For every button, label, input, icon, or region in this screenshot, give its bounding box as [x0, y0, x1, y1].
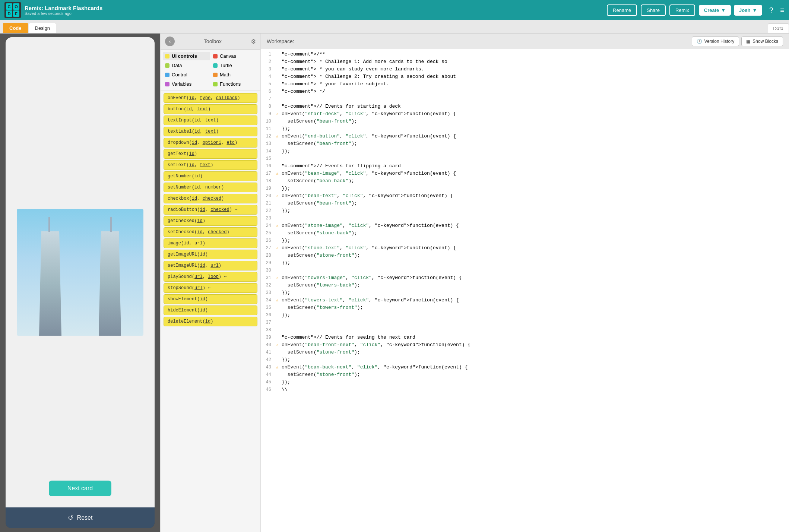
toolbox-gear-icon[interactable]: ⚙ — [251, 38, 256, 45]
toolbox-block[interactable]: getNumber(id) — [164, 171, 257, 181]
toolbox-block[interactable]: deleteElement(id) — [164, 317, 257, 326]
category-canvas[interactable]: Canvas — [211, 52, 258, 60]
category-control[interactable]: Control — [163, 70, 210, 79]
line-number: 30 — [261, 267, 274, 274]
category-data[interactable]: Data — [163, 61, 210, 70]
code-text: onEvent("towers-image", "click", "c-keyw… — [280, 274, 789, 282]
toolbox-block[interactable]: setText(id, text) — [164, 160, 257, 170]
toolbox-block[interactable]: hideElement(id) — [164, 305, 257, 315]
toolbox-block[interactable]: radioButton(id, checked) → — [164, 205, 257, 215]
code-line: 18 setScreen("bean-back"); — [261, 177, 789, 185]
toolbox-block[interactable]: textLabel(id, text) — [164, 127, 257, 136]
block-param: id — [194, 185, 200, 190]
line-number: 14 — [261, 148, 274, 155]
code-line: 10 setScreen("bean-front"); — [261, 118, 789, 125]
code-line: 25 setScreen("stone-back"); — [261, 229, 789, 237]
line-number: 44 — [261, 371, 274, 378]
logo-d: D — [6, 10, 12, 17]
rename-button[interactable]: Rename — [607, 4, 637, 16]
category-variables[interactable]: Variables — [163, 80, 210, 88]
warning-icon: ⚠ — [274, 297, 280, 304]
code-line: 28 setScreen("stone-front"); — [261, 252, 789, 259]
preview-panel: Next card ↺ Reset — [0, 34, 160, 532]
functions-label: Functions — [220, 81, 241, 87]
category-ui-controls[interactable]: UI controls — [163, 52, 210, 60]
help-button[interactable]: ? — [765, 4, 777, 16]
toolbox-block[interactable]: setChecked(id, checked) — [164, 227, 257, 237]
show-blocks-button[interactable]: ▦ Show Blocks — [741, 37, 783, 46]
code-text: setScreen("bean-front"); — [280, 140, 789, 148]
code-text: onEvent("bean-image", "click", "c-keywor… — [280, 170, 789, 177]
toolbox-block[interactable]: getChecked(id) — [164, 216, 257, 226]
toolbox-block[interactable]: dropdown(id, option1, etc) — [164, 138, 257, 148]
toolbox-block[interactable]: setNumber(id, number) — [164, 183, 257, 192]
line-number: 40 — [261, 341, 274, 348]
block-param: text — [200, 162, 210, 168]
code-text: onEvent("bean-front-next", "click", "c-k… — [280, 341, 789, 349]
toolbox-block[interactable]: image(id, url) — [164, 238, 257, 248]
toolbox-block[interactable]: getText(id) — [164, 149, 257, 159]
line-number: 19 — [261, 185, 274, 192]
math-label: Math — [220, 72, 231, 77]
line-number: 6 — [261, 88, 274, 95]
user-button[interactable]: Josh ▼ — [734, 5, 762, 16]
code-line: 13 setScreen("bean-front"); — [261, 140, 789, 148]
category-math[interactable]: Math — [211, 70, 258, 79]
block-param: url — [194, 274, 203, 279]
toolbox-block[interactable]: showElement(id) — [164, 294, 257, 304]
version-history-button[interactable]: 🕐 Version History — [692, 37, 739, 46]
toolbox-block[interactable]: checkbox(id, checked) — [164, 194, 257, 203]
math-dot — [213, 73, 218, 77]
code-line: 26}); — [261, 237, 789, 244]
tab-code[interactable]: Code — [3, 23, 28, 33]
functions-dot — [213, 82, 218, 86]
line-number: 18 — [261, 177, 274, 184]
workspace-label: Workspace: — [267, 38, 294, 44]
line-number: 39 — [261, 334, 274, 341]
block-param: id — [189, 95, 194, 101]
code-line: 14}); — [261, 148, 789, 155]
toolbox-block[interactable]: button(id, text) — [164, 104, 257, 114]
code-line: 19}); — [261, 185, 789, 192]
block-param: type — [200, 95, 210, 101]
toolbox-block[interactable]: setImageURL(id, url) — [164, 261, 257, 270]
block-param: id — [186, 107, 191, 112]
code-line: 38 — [261, 326, 789, 334]
block-param: id — [192, 196, 197, 201]
warning-icon: ⚠ — [274, 364, 280, 371]
toolbox-block[interactable]: onEvent(id, type, callback) — [164, 93, 257, 103]
tab-data[interactable]: Data — [768, 23, 789, 33]
line-number: 10 — [261, 118, 274, 125]
line-number: 4 — [261, 73, 274, 80]
remix-button[interactable]: Remix — [669, 4, 695, 16]
code-text — [280, 267, 789, 274]
category-functions[interactable]: Functions — [211, 80, 258, 88]
ui-controls-dot — [165, 54, 169, 58]
code-line: 16"c-comment">// Events for flipping a c… — [261, 162, 789, 170]
code-editor[interactable]: 1"c-comment">/**2"c-comment"> * Challeng… — [261, 49, 789, 532]
canvas-dot — [213, 54, 218, 58]
create-button[interactable]: Create ▼ — [699, 5, 731, 16]
next-card-button[interactable]: Next card — [49, 481, 111, 496]
code-text: setScreen("towers-front"); — [280, 304, 789, 311]
category-turtle[interactable]: Turtle — [211, 61, 258, 70]
code-text: setScreen("bean-front"); — [280, 118, 789, 125]
code-text: "c-comment">// Events for seeing the nex… — [280, 334, 789, 341]
toolbox-block[interactable]: stopSound(url) ← — [164, 283, 257, 293]
toolbox-block[interactable]: playSound(url, loop) ← — [164, 272, 257, 282]
line-number: 17 — [261, 170, 274, 177]
toolbox-block[interactable]: getImageURL(id) — [164, 250, 257, 259]
toolbox-block[interactable]: textInput(id, text) — [164, 115, 257, 125]
code-text — [280, 319, 789, 326]
reset-icon: ↺ — [68, 514, 73, 522]
project-subtitle: Saved a few seconds ago — [25, 11, 603, 16]
share-button[interactable]: Share — [641, 4, 666, 16]
phone-footer[interactable]: ↺ Reset — [6, 507, 155, 528]
tab-design[interactable]: Design — [29, 23, 56, 33]
data-dot — [165, 63, 169, 68]
code-line: 6"c-comment"> */ — [261, 88, 789, 95]
menu-button[interactable]: ≡ — [780, 6, 785, 15]
toolbox-back-button[interactable]: ‹ — [165, 37, 175, 46]
code-line: 15 — [261, 155, 789, 162]
code-line: 23 — [261, 215, 789, 222]
